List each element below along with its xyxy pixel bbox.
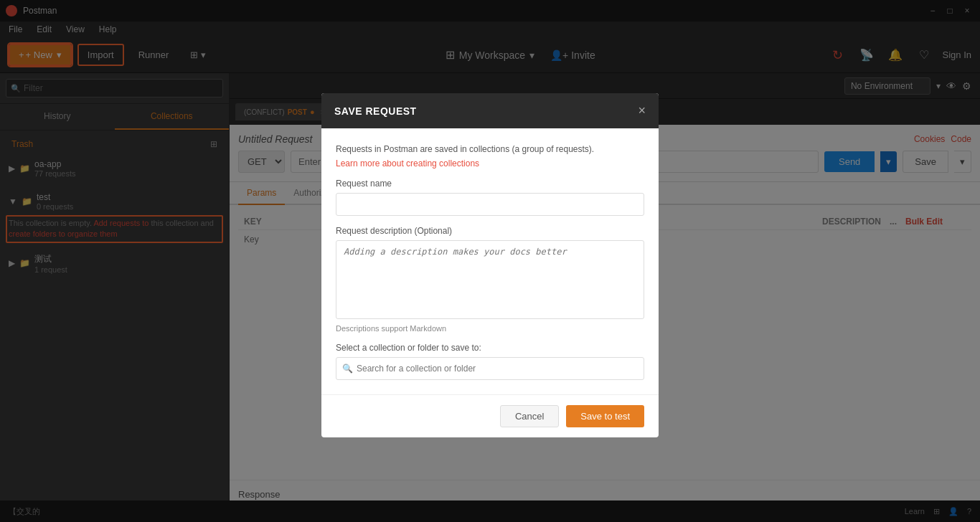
modal-close-button[interactable]: × (638, 103, 646, 118)
modal-description: Requests in Postman are saved in collect… (336, 143, 644, 156)
modal-footer: Cancel Save to test (321, 394, 659, 437)
request-desc-field-label: Request description (Optional) (336, 226, 644, 236)
modal-search-icon: 🔍 (342, 364, 353, 374)
modal-overlay[interactable]: SAVE REQUEST × Requests in Postman are s… (0, 0, 980, 522)
request-name-label: Request name (336, 179, 644, 189)
collection-search-input[interactable] (336, 357, 644, 380)
save-to-test-button[interactable]: Save to test (566, 405, 644, 427)
cancel-button[interactable]: Cancel (500, 405, 559, 427)
request-desc-textarea[interactable] (336, 240, 644, 319)
modal-title: SAVE REQUEST (334, 105, 417, 117)
modal-header: SAVE REQUEST × (321, 93, 659, 128)
modal-learn-link[interactable]: Learn more about creating collections (336, 158, 479, 169)
save-request-modal: SAVE REQUEST × Requests in Postman are s… (321, 93, 659, 437)
request-name-input[interactable] (336, 193, 644, 216)
select-collection-label: Select a collection or folder to save to… (336, 343, 644, 353)
markdown-hint: Descriptions support Markdown (336, 324, 644, 333)
modal-body: Requests in Postman are saved in collect… (321, 128, 659, 394)
